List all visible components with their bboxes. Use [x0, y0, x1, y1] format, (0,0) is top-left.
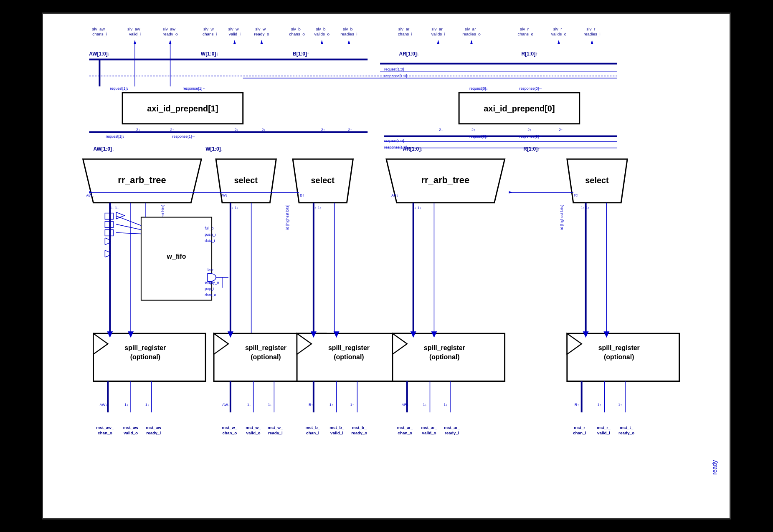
- wfifo-pop: pop_i: [205, 287, 214, 291]
- label-slv-ar-valids2: valids_i: [431, 32, 445, 36]
- axi-id-prepend-1-label: axi_id_prepend[1]: [147, 104, 218, 113]
- label-ready-rotated: ready: [711, 460, 718, 475]
- ch-b-bot: B↑: [309, 403, 313, 407]
- label-request10-mid: request[1:0]: [384, 139, 404, 143]
- bot-mst-aw-valid2: valid_o: [124, 431, 138, 435]
- wfifo-push: push_i: [205, 232, 215, 237]
- wfifo-data-out: data_o: [205, 293, 216, 297]
- id-bits-b: id [highest bits]: [285, 205, 289, 230]
- axi-id-prepend-0-label: axi_id_prepend[0]: [484, 104, 555, 113]
- bus-aw-mid: AW[1:0]↓: [93, 146, 114, 152]
- gate-wire-1: [116, 216, 141, 226]
- gate-wire-3: [116, 232, 141, 234]
- label-slv-r-readies: slv_r_: [586, 27, 598, 31]
- bus-r-mid: R[1:0]↑: [523, 146, 540, 152]
- label-slv-aw-ready: slv_aw_: [163, 27, 178, 31]
- ch-w: W↓: [222, 193, 228, 197]
- label-slv-aw-chans2: chans_i: [92, 32, 106, 36]
- bot-mst-r-valid: mst_r_: [597, 425, 611, 430]
- label-slv-w-valid: slv_w_: [228, 27, 241, 31]
- label-req1-top: request[1]↓: [110, 86, 128, 91]
- bus-ar: AR[1:0]↓: [399, 51, 419, 57]
- bus-aw: AW[1:0]↓: [89, 51, 110, 57]
- bot-mst-ar-chan2: chan_o: [398, 431, 412, 435]
- bot-mst-w-chan: mst_w_: [222, 425, 238, 430]
- label-slv-b-valids2: valids_o: [314, 32, 330, 36]
- n1-w-2: 1↓: [268, 403, 271, 407]
- bot-mst-aw-valid: mst_aw: [123, 425, 139, 430]
- rr-arb-tree-aw-label: rr_arb_tree: [118, 175, 166, 185]
- label-slv-b-chans2: chans_o: [289, 32, 305, 36]
- select-b-label: select: [311, 176, 335, 185]
- wfifo-full: full_o: [205, 226, 213, 230]
- arr-up-r-r: [591, 40, 593, 44]
- gate-wire-2: [116, 224, 141, 229]
- label-req0-mid: request[0]↓: [469, 134, 488, 139]
- label-slv-r-readies2: readies_i: [583, 32, 600, 36]
- n1-aw-2: 1↓: [145, 403, 149, 407]
- label-last: last: [208, 268, 213, 272]
- ch-r-bot: R↑: [575, 403, 579, 407]
- label-resp1-mid: response[1]←: [172, 134, 196, 139]
- arr-up-b-r: [347, 40, 350, 44]
- spill-reg-aw-label1: spill_register: [124, 344, 166, 351]
- bot-mst-w-valid: mst_w_: [246, 425, 261, 430]
- bot-mst-w-ready2: ready_i: [268, 431, 283, 435]
- bot-mst-ar-chan: mst_ar_: [397, 425, 413, 430]
- ch-ar: AR↓: [391, 193, 398, 197]
- num-2-8: 2↑: [471, 128, 475, 132]
- gate-and-last: [208, 273, 216, 282]
- bot-mst-w-chan2: chan_o: [222, 431, 237, 435]
- spill-reg-r-label1: spill_register: [598, 344, 640, 351]
- bot-mst-ar-valid2: valid_o: [422, 431, 436, 435]
- r-to-ar-arrow: [509, 191, 512, 194]
- arr-up-w-r: [260, 40, 263, 44]
- rr-arb-tree-ar-label: rr_arb_tree: [421, 175, 470, 185]
- n1-w-1: 1↓: [247, 403, 251, 407]
- bot-mst-b-chan2: chan_i: [306, 431, 319, 435]
- label-slv-b-readies2: readies_i: [340, 32, 357, 36]
- id-bits-r: id [highest bits]: [560, 205, 564, 230]
- n1-b-1: 1↑: [329, 403, 333, 407]
- num-2-10: 2↑: [559, 128, 563, 132]
- bot-mst-b-valid2: valid_i: [330, 431, 343, 435]
- bot-mst-b-chan: mst_b_: [305, 425, 320, 430]
- label-slv-b-readies: slv_b_: [343, 27, 355, 31]
- num-2-6: 2↑: [348, 128, 352, 132]
- n1-b-2: 1↑: [350, 403, 354, 407]
- bot-mst-b-ready: mst_b_: [352, 425, 367, 430]
- bot-mst-ar-valid: mst_ar_: [421, 425, 437, 430]
- diagram-svg: slv_aw_ chans_i slv_aw_ valid_i slv_aw_ …: [43, 14, 730, 518]
- bot-mst-ar-ready: mst_ar_: [444, 425, 460, 430]
- num-2-3: 2↓: [235, 128, 238, 132]
- arr-up-ar-v: [437, 40, 439, 44]
- ch-aw: AW↓: [86, 193, 94, 197]
- label-slv-r-chans2: chans_o: [518, 32, 534, 36]
- label-resp0-top: response[0]←: [519, 86, 542, 91]
- ch-ar-bot: AR↓: [402, 403, 409, 407]
- num-2-7: 2↓: [439, 128, 443, 132]
- spill-reg-ar-label1: spill_register: [424, 344, 465, 351]
- arr-up-ar-r: [470, 40, 473, 44]
- label-slv-ar-chans: slv_ar_: [398, 27, 412, 31]
- w-fifo-label: w_fifo: [167, 253, 186, 260]
- label-slv-w-chans2: chans_i: [203, 32, 217, 36]
- bot-mst-r-chan: mst_r: [574, 425, 585, 430]
- num-2-9: 2↑: [527, 128, 531, 132]
- bus-r: R[1:0]↑: [521, 51, 538, 57]
- label-slv-aw-valid2: valid_i: [129, 32, 141, 36]
- bot-mst-w-ready: mst_w_: [268, 425, 283, 430]
- bot-mst-r-chan2: chan_i: [573, 431, 586, 435]
- arr-up-b-v: [321, 40, 323, 44]
- select-w-label: select: [234, 176, 258, 185]
- label-slv-aw-valid: slv_aw_: [127, 27, 142, 31]
- n1-aw-1: 1↓: [124, 403, 128, 407]
- main-canvas: slv_aw_ chans_i slv_aw_ valid_i slv_aw_ …: [0, 0, 773, 532]
- label-slv-ar-readies: slv_ar_: [465, 27, 479, 31]
- bus-w: W[1:0]↓: [201, 51, 218, 57]
- ch-r: R↑: [574, 193, 579, 197]
- label-slv-r-chans: slv_r_: [520, 27, 531, 31]
- num-2-1: 2↓: [136, 128, 140, 132]
- bot-mst-aw-chan: mst_aw_: [96, 425, 114, 430]
- label-slv-b-valids: slv_b_: [316, 27, 328, 31]
